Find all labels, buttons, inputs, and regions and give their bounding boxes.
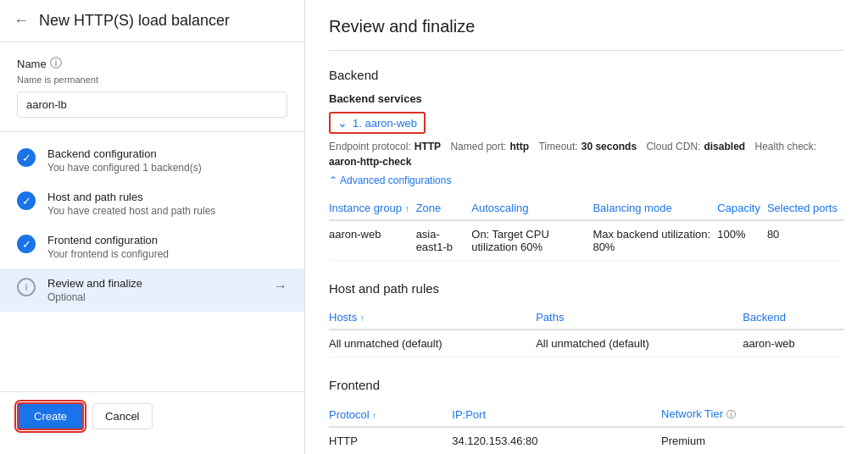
step-content-host_path: Host and path rulesYou have created host… xyxy=(47,191,287,217)
endpoint-info: Endpoint protocol: HTTP Named port: http… xyxy=(329,141,844,168)
named-port-label: Named port: xyxy=(450,141,506,152)
host-path-section: Host and path rules Hosts ↑ Paths Backen… xyxy=(329,281,844,357)
backend-services-label: Backend services xyxy=(329,92,844,105)
name-hint: Name is permanent xyxy=(17,75,287,85)
step-name-host_path: Host and path rules xyxy=(47,191,287,203)
col-selected-ports: Selected ports xyxy=(767,197,844,220)
step-item-review[interactable]: iReview and finalizeOptional→ xyxy=(0,269,304,312)
backend-section: Backend Backend services ⌄ 1. aaron-web … xyxy=(329,68,844,261)
name-label: Name xyxy=(17,58,47,70)
steps-list: ✓Backend configurationYou have configure… xyxy=(0,132,304,391)
cdn-value: disabled xyxy=(704,141,745,152)
col-zone: Zone xyxy=(416,197,472,220)
step-icon-host_path: ✓ xyxy=(17,191,36,210)
col-autoscaling: Autoscaling xyxy=(471,197,593,220)
left-panel: ← New HTTP(S) load balancer Name ⓘ Name … xyxy=(0,0,305,454)
col-instance-group: Instance group ↑ xyxy=(329,197,416,220)
adv-config-label: Advanced configurations xyxy=(340,174,451,186)
step-icon-backend: ✓ xyxy=(17,148,36,167)
health-check-value: aaron-http-check xyxy=(329,156,411,168)
col-network-tier: Network Tier ⓘ xyxy=(661,402,844,427)
frontend-section: Frontend Protocol ↑ IP:Port Network Tier… xyxy=(329,378,844,454)
named-port-value: http xyxy=(509,141,529,152)
right-panel: Review and finalize Backend Backend serv… xyxy=(305,0,868,454)
backend-table: Instance group ↑ Zone Autoscaling Balanc… xyxy=(329,197,844,261)
cancel-button[interactable]: Cancel xyxy=(92,403,152,429)
backend-service-name: 1. aaron-web xyxy=(353,117,417,130)
col-ip-port: IP:Port xyxy=(452,402,661,427)
advanced-config-link[interactable]: ⌃ Advanced configurations xyxy=(329,174,844,186)
col-capacity: Capacity xyxy=(717,197,767,220)
step-content-frontend: Frontend configurationYour frontend is c… xyxy=(47,234,287,260)
step-item-host_path[interactable]: ✓Host and path rulesYou have created hos… xyxy=(0,182,304,225)
name-info-icon[interactable]: ⓘ xyxy=(50,56,62,71)
name-section: Name ⓘ Name is permanent xyxy=(0,42,304,132)
step-icon-review: i xyxy=(17,278,36,296)
col-protocol: Protocol ↑ xyxy=(329,402,452,427)
backend-service-tag[interactable]: ⌄ 1. aaron-web xyxy=(329,112,426,134)
left-header: ← New HTTP(S) load balancer xyxy=(0,0,304,42)
col-backend: Backend xyxy=(743,306,844,329)
col-balancing-mode: Balancing mode xyxy=(593,197,717,220)
create-button[interactable]: Create xyxy=(17,402,84,430)
name-input[interactable] xyxy=(17,91,287,118)
tag-chevron-icon: ⌄ xyxy=(337,116,348,130)
cdn-label: Cloud CDN: xyxy=(646,141,700,152)
step-icon-frontend: ✓ xyxy=(17,235,36,253)
col-paths: Paths xyxy=(536,306,743,329)
col-hosts: Hosts ↑ xyxy=(329,306,536,329)
step-content-backend: Backend configurationYou have configured… xyxy=(47,147,287,174)
host-path-table: Hosts ↑ Paths Backend All unmatched (def… xyxy=(329,306,844,357)
step-item-frontend[interactable]: ✓Frontend configurationYour frontend is … xyxy=(0,225,304,269)
table-row: All unmatched (default)All unmatched (de… xyxy=(329,329,844,357)
right-panel-title: Review and finalize xyxy=(329,17,844,51)
step-sub-review: Optional xyxy=(47,291,262,303)
step-name-backend: Backend configuration xyxy=(47,147,287,160)
table-row: aaron-webasia-east1-bOn: Target CPU util… xyxy=(329,220,844,261)
step-sub-frontend: Your frontend is configured xyxy=(47,248,287,260)
step-name-frontend: Frontend configuration xyxy=(47,234,287,246)
back-button[interactable]: ← xyxy=(14,12,29,30)
page-title: New HTTP(S) load balancer xyxy=(39,12,230,30)
endpoint-protocol-label: Endpoint protocol: xyxy=(329,141,411,152)
step-item-backend[interactable]: ✓Backend configurationYou have configure… xyxy=(0,139,304,182)
step-sub-backend: You have configured 1 backend(s) xyxy=(47,162,287,174)
chevron-icon: ⌃ xyxy=(329,174,337,186)
endpoint-protocol-value: HTTP xyxy=(415,141,441,152)
left-footer: Create Cancel xyxy=(0,391,304,440)
step-content-review: Review and finalizeOptional xyxy=(47,277,262,303)
frontend-section-title: Frontend xyxy=(329,378,844,392)
backend-section-title: Backend xyxy=(329,68,844,82)
step-name-review: Review and finalize xyxy=(47,277,262,290)
timeout-label: Timeout: xyxy=(538,141,577,152)
host-path-section-title: Host and path rules xyxy=(329,281,844,296)
step-sub-host_path: You have created host and path rules xyxy=(47,205,287,217)
table-row: HTTP34.120.153.46:80Premium xyxy=(329,427,844,454)
step-arrow-review: → xyxy=(274,279,287,294)
timeout-value: 30 seconds xyxy=(581,141,637,152)
health-check-label: Health check: xyxy=(754,141,816,152)
frontend-table: Protocol ↑ IP:Port Network Tier ⓘ HTTP34… xyxy=(329,402,844,454)
